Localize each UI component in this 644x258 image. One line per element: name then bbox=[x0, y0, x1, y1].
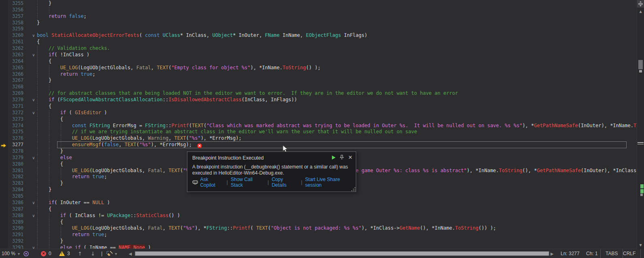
code-line[interactable]: 3260∨bool StaticAllocateObjectErrorTests… bbox=[0, 32, 637, 39]
line-number: 3283 bbox=[7, 180, 23, 187]
code-line[interactable]: 3285 bbox=[0, 193, 637, 200]
code-token: TEXT bbox=[256, 225, 268, 231]
scroll-up-button[interactable]: ▲ bbox=[637, 10, 644, 13]
warning-indicator[interactable]: 3 bbox=[59, 249, 70, 258]
collapse-chevron-icon[interactable]: ∨ bbox=[31, 155, 36, 161]
next-issue-button[interactable]: ↓ bbox=[91, 249, 95, 258]
hscroll-left-button[interactable]: ◀ bbox=[129, 249, 132, 258]
vertical-scrollbar[interactable]: ▲ ▼ bbox=[637, 0, 644, 249]
code-line[interactable]: 3272∨ if ( GIsEditor ) bbox=[0, 110, 637, 116]
previous-issue-button[interactable]: ↑ bbox=[78, 249, 82, 258]
show-call-stack-link[interactable]: Show Call Stack bbox=[231, 177, 265, 188]
code-line[interactable]: 3287 { bbox=[0, 206, 637, 213]
code-line[interactable]: 3289 { bbox=[0, 219, 637, 226]
intellisense-status-icon[interactable] bbox=[23, 249, 29, 258]
code-line[interactable]: 3264 { bbox=[0, 58, 637, 65]
horizontal-scrollbar-thumb[interactable] bbox=[135, 252, 549, 256]
code-line[interactable]: 3258} bbox=[0, 20, 637, 26]
code-line[interactable]: 3286∨ if( InOuter == NULL ) bbox=[0, 200, 637, 206]
split-editor-handle[interactable] bbox=[637, 0, 644, 8]
code-token: } bbox=[60, 148, 63, 154]
code-line[interactable]: 3277 ensureMsgf(false, TEXT("%s"), *Erro… bbox=[0, 142, 637, 148]
code-line[interactable]: 3262 // Validation checks. bbox=[0, 45, 637, 52]
collapse-chevron-icon[interactable]: ∨ bbox=[31, 97, 36, 103]
code-line[interactable]: 3292 } bbox=[0, 238, 637, 245]
vertical-scrollbar-thumb[interactable] bbox=[638, 60, 643, 69]
code-token: { bbox=[49, 103, 51, 109]
code-text: } bbox=[37, 187, 51, 193]
code-line[interactable]: 3269 // for abstract classes that are be… bbox=[0, 90, 637, 97]
collapse-chevron-icon[interactable]: ∨ bbox=[31, 213, 36, 219]
line-number: 3256 bbox=[7, 7, 23, 13]
code-token: TEXT bbox=[125, 142, 136, 147]
code-line[interactable]: 3288∨ if ( InClass != UPackage::StaticCl… bbox=[0, 213, 637, 219]
code-token: true bbox=[92, 232, 104, 237]
code-token: ), *InName. bbox=[250, 65, 282, 70]
code-line[interactable]: 3256 bbox=[0, 7, 637, 13]
code-cleanup-button[interactable]: ▾ bbox=[106, 249, 117, 258]
horizontal-scrollbar[interactable] bbox=[134, 251, 550, 256]
column-indicator[interactable]: Ch: 1 bbox=[586, 249, 598, 258]
copy-details-link[interactable]: Copy Details bbox=[272, 177, 298, 188]
line-number: 3274 bbox=[7, 123, 23, 129]
code-token: InFlags) bbox=[341, 32, 367, 38]
start-live-share-link[interactable]: Start Live Share session bbox=[305, 177, 356, 188]
code-token: Fatal bbox=[136, 65, 151, 70]
collapse-chevron-icon[interactable]: ∨ bbox=[31, 52, 36, 58]
code-line[interactable]: 3273 { bbox=[0, 116, 637, 123]
code-line[interactable]: 3274 const FString ErrorMsg = FString::P… bbox=[0, 123, 637, 129]
breakpoint-error-icon[interactable]: ✕ bbox=[197, 143, 202, 148]
line-number: 3292 bbox=[7, 238, 23, 245]
code-editor-surface[interactable]: 3255 }32563257 return false;3258}3259326… bbox=[0, 0, 637, 249]
code-token: ), * bbox=[522, 123, 534, 128]
code-line[interactable]: 3263∨ if( !InClass ) bbox=[0, 52, 637, 58]
code-line[interactable]: 3266 return true; bbox=[0, 71, 637, 78]
code-line[interactable]: 3257 return false; bbox=[0, 13, 637, 20]
code-line[interactable]: 3275 // if we are trying instantiate an … bbox=[0, 129, 637, 135]
line-number: 3269 bbox=[7, 90, 23, 97]
code-line[interactable]: 3255 } bbox=[0, 0, 637, 7]
code-line[interactable]: 3270∨ if (FScopedAllowAbstractClassAlloc… bbox=[0, 97, 637, 103]
code-token: :: bbox=[227, 225, 233, 231]
code-line[interactable]: 3271 { bbox=[0, 103, 637, 110]
line-indicator[interactable]: Ln: 3277 bbox=[561, 249, 580, 258]
ask-copilot-link[interactable]: Ask Copilot bbox=[200, 177, 223, 188]
code-token: , bbox=[119, 142, 124, 147]
code-token: Printf bbox=[233, 225, 250, 231]
continue-play-icon[interactable] bbox=[332, 156, 336, 160]
pin-icon[interactable] bbox=[340, 155, 344, 160]
code-line[interactable]: 3265 UE_LOG(LogUObjectGlobals, Fatal, TE… bbox=[0, 65, 637, 71]
code-line[interactable]: 3259 bbox=[0, 26, 637, 32]
hscroll-right-button[interactable]: ▶ bbox=[550, 249, 554, 258]
code-line[interactable]: 3291 return true; bbox=[0, 232, 637, 238]
code-token: :: bbox=[163, 97, 168, 102]
close-icon[interactable]: ✕ bbox=[348, 154, 353, 160]
current-line-marker bbox=[638, 144, 644, 145]
code-token: (LogUObjectGlobals, bbox=[89, 135, 148, 141]
collapse-chevron-icon[interactable]: ∨ bbox=[31, 32, 36, 39]
code-token: * InClass, bbox=[180, 32, 212, 38]
zoom-control[interactable]: 100 % ▾ bbox=[2, 249, 20, 258]
collapse-chevron-icon[interactable]: ∨ bbox=[31, 200, 36, 206]
code-token: FName bbox=[265, 32, 280, 38]
scroll-down-button[interactable]: ▼ bbox=[637, 243, 644, 247]
code-token: return bbox=[72, 232, 93, 237]
code-text: ensureMsgf(false, TEXT("%s"), *ErrorMsg)… bbox=[37, 142, 202, 148]
collapse-chevron-icon[interactable]: ∨ bbox=[31, 110, 36, 116]
code-line[interactable]: 3268 bbox=[0, 84, 637, 90]
line-number: 3255 bbox=[7, 0, 23, 7]
code-line[interactable]: 3267 } bbox=[0, 77, 637, 84]
error-indicator[interactable]: ✕ 0 bbox=[41, 249, 51, 258]
code-line[interactable]: 3276 UE_LOG(LogUObjectGlobals, Warning, … bbox=[0, 135, 637, 142]
link-separator: | bbox=[268, 179, 269, 185]
code-line[interactable]: 3290 UE_LOG(LogUObjectGlobals, Fatal, TE… bbox=[0, 225, 637, 232]
line-ending-toggle[interactable]: CRLF bbox=[618, 249, 641, 258]
code-token bbox=[159, 32, 162, 38]
resize-grip[interactable] bbox=[351, 187, 355, 191]
code-token: true bbox=[92, 174, 104, 179]
code-token: { bbox=[60, 116, 63, 122]
code-token: } bbox=[49, 187, 51, 192]
code-token: ( !InClass ) bbox=[54, 52, 89, 58]
indent-guide bbox=[37, 84, 38, 90]
code-line[interactable]: 3261{ bbox=[0, 39, 637, 45]
